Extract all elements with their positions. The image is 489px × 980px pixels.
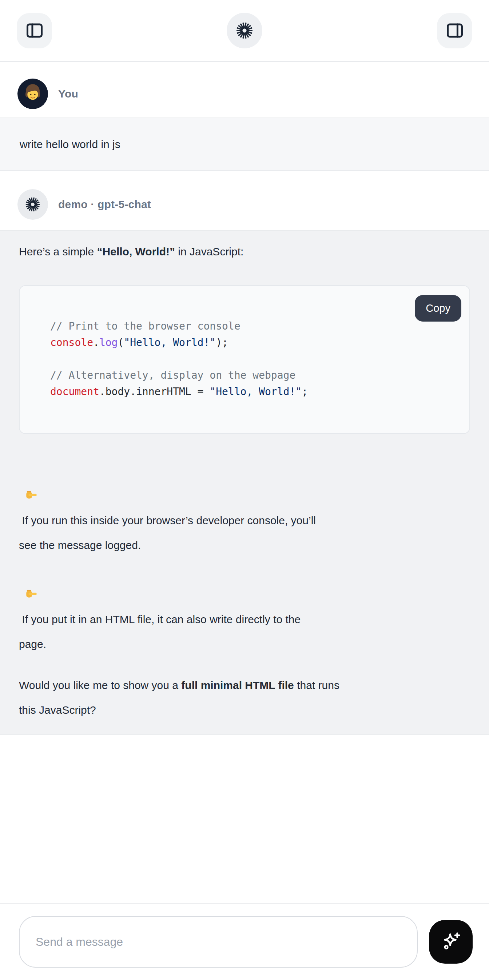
user-avatar bbox=[18, 79, 48, 109]
assistant-paragraph: If you run this inside your browser’s de… bbox=[19, 459, 470, 657]
user-sender-label: You bbox=[58, 88, 78, 100]
chat-app: You write hello world in js demo · gpt-5… bbox=[0, 0, 489, 980]
assistant-avatar bbox=[18, 189, 48, 220]
message-input[interactable] bbox=[19, 916, 418, 967]
starburst-icon bbox=[236, 22, 253, 39]
top-bar bbox=[0, 0, 489, 62]
assistant-message: Here’s a simple “Hello, World!” in JavaS… bbox=[0, 230, 489, 735]
sidebar-toggle-button[interactable] bbox=[17, 13, 52, 48]
assistant-intro-text: Here’s a simple “Hello, World!” in JavaS… bbox=[19, 244, 470, 260]
starburst-icon bbox=[25, 197, 40, 212]
pointing-right-icon bbox=[25, 489, 37, 501]
assistant-paragraph: Would you like me to show you a full min… bbox=[19, 673, 470, 722]
person-emoji-icon bbox=[21, 83, 44, 105]
pointing-right-icon bbox=[25, 588, 37, 600]
sparkles-icon bbox=[439, 930, 462, 953]
panel-right-icon bbox=[445, 21, 464, 40]
assistant-sender-label: demo · gpt-5-chat bbox=[58, 198, 151, 211]
assistant-sender-row: demo · gpt-5-chat bbox=[18, 189, 489, 220]
user-message-text: write hello world in js bbox=[20, 138, 120, 151]
chat-thread: You write hello world in js demo · gpt-5… bbox=[0, 79, 489, 735]
code-content: // Print to the browser consoleconsole.l… bbox=[50, 318, 455, 400]
copy-button[interactable]: Copy bbox=[415, 295, 461, 321]
composer-bar bbox=[0, 903, 489, 980]
user-sender-row: You bbox=[18, 79, 489, 109]
model-logo-button[interactable] bbox=[227, 13, 262, 48]
code-block: Copy // Print to the browser consolecons… bbox=[19, 285, 470, 434]
user-message: write hello world in js bbox=[0, 118, 489, 171]
send-button[interactable] bbox=[429, 920, 473, 964]
panel-left-icon bbox=[25, 21, 44, 40]
right-panel-toggle-button[interactable] bbox=[437, 13, 472, 48]
